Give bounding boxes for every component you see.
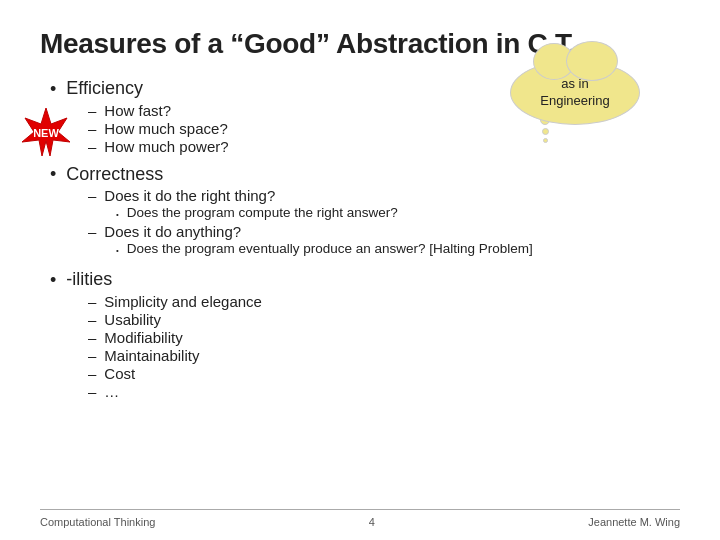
correctness-level2-2: • Does the program eventually produce an… xyxy=(88,241,680,256)
content-area: • Efficiency NEW – How fast? – How much … xyxy=(40,78,680,405)
correctness-sub-items: – Does it do the right thing? • Does the… xyxy=(50,187,680,259)
ilities-sub-items: – Simplicity and elegance – Usability – … xyxy=(50,293,680,401)
ilities-sub-2-label: Usability xyxy=(104,311,161,328)
svg-text:NEW: NEW xyxy=(33,127,59,139)
correctness-sub-1-label: Does it do the right thing? xyxy=(104,187,275,204)
efficiency-sub-3: – How much power? xyxy=(88,138,680,155)
ilities-sub-1-label: Simplicity and elegance xyxy=(104,293,262,310)
ilities-sub-2: – Usability xyxy=(88,311,680,328)
footer-right: Jeannette M. Wing xyxy=(588,516,680,528)
correctness-sub-1: – Does it do the right thing? xyxy=(88,187,680,204)
correctness-sub-2-label: Does it do anything? xyxy=(104,223,241,240)
efficiency-label: Efficiency xyxy=(66,78,143,99)
efficiency-sub-2-label: How much space? xyxy=(104,120,227,137)
ilities-sub-5: – Cost xyxy=(88,365,680,382)
efficiency-sub-3-label: How much power? xyxy=(104,138,228,155)
thought-bubble: as in Engineering xyxy=(510,60,640,125)
ilities-sub-1: – Simplicity and elegance xyxy=(88,293,680,310)
new-badge-container: NEW xyxy=(20,106,72,162)
ilities-bullet-row: • -ilities xyxy=(50,269,680,291)
correctness-bullet-row: • Correctness xyxy=(50,163,680,185)
ilities-sub-3: – Modifiability xyxy=(88,329,680,346)
correctness-label: Correctness xyxy=(66,164,163,185)
ilities-sub-3-label: Modifiability xyxy=(104,329,182,346)
footer: Computational Thinking 4 Jeannette M. Wi… xyxy=(40,509,680,528)
footer-center: 4 xyxy=(369,516,375,528)
correctness-level2-2-label: Does the program eventually produce an a… xyxy=(127,241,533,256)
ilities-sub-6: – … xyxy=(88,383,680,400)
correctness-level2-1: • Does the program compute the right ans… xyxy=(88,205,680,220)
cloud-text-line1: as in xyxy=(561,76,588,93)
correctness-sub-2: – Does it do anything? xyxy=(88,223,680,240)
ilities-bullet-dot: • xyxy=(50,270,56,291)
new-badge-svg: NEW xyxy=(20,106,72,158)
slide: Measures of a “Good” Abstraction in C.T.… xyxy=(0,0,720,540)
cloud-main: as in Engineering xyxy=(510,60,640,125)
ilities-sub-4-label: Maintainability xyxy=(104,347,199,364)
efficiency-bullet-dot: • xyxy=(50,79,56,100)
correctness-bullet-dot: • xyxy=(50,164,56,185)
cloud-text-line2: Engineering xyxy=(540,93,609,110)
correctness-level2-2-item: • Does the program eventually produce an… xyxy=(116,241,680,256)
ilities-sub-5-label: Cost xyxy=(104,365,135,382)
correctness-level2-1-item: • Does the program compute the right ans… xyxy=(116,205,680,220)
cloud-dot-2 xyxy=(542,128,549,135)
footer-left: Computational Thinking xyxy=(40,516,155,528)
ilities-label: -ilities xyxy=(66,269,112,290)
cloud-dot-3 xyxy=(543,138,548,143)
efficiency-sub-1-label: How fast? xyxy=(104,102,171,119)
ilities-sub-4: – Maintainability xyxy=(88,347,680,364)
ilities-sub-6-label: … xyxy=(104,383,119,400)
correctness-level2-1-label: Does the program compute the right answe… xyxy=(127,205,398,220)
